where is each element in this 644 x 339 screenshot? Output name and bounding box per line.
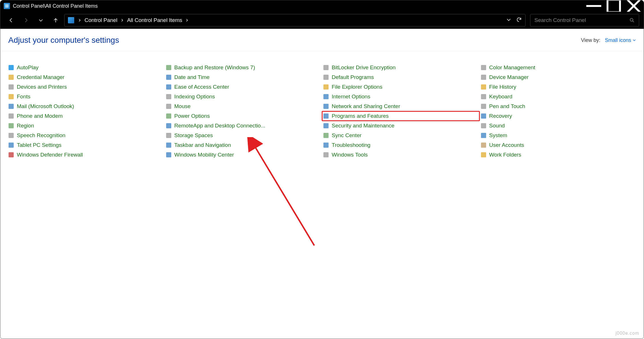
item-icon	[481, 113, 486, 119]
item-icon	[166, 84, 172, 90]
refresh-button[interactable]	[516, 17, 522, 24]
control-panel-item[interactable]: Device Manager	[480, 72, 637, 82]
control-panel-item[interactable]: Speech Recognition	[7, 131, 165, 140]
item-icon	[166, 123, 172, 129]
control-panel-item[interactable]: Windows Mobility Center	[165, 150, 322, 160]
control-panel-item[interactable]: Programs and Features	[322, 111, 480, 121]
control-panel-item[interactable]: Storage Spaces	[165, 131, 322, 140]
refresh-icon	[516, 17, 522, 23]
view-by-dropdown[interactable]: Small icons	[605, 37, 636, 43]
back-button[interactable]	[5, 14, 17, 27]
control-panel-item[interactable]: Devices and Printers	[7, 82, 165, 92]
recent-locations-button[interactable]	[35, 14, 47, 27]
up-button[interactable]	[49, 14, 62, 27]
control-panel-item[interactable]: System	[480, 131, 637, 140]
minimize-button[interactable]	[584, 0, 604, 12]
control-panel-item[interactable]: AutoPlay	[7, 63, 165, 72]
item-icon	[166, 94, 172, 100]
svg-line-6	[633, 21, 634, 22]
item-label: Ease of Access Center	[174, 84, 229, 90]
caption-buttons	[584, 0, 644, 12]
item-icon	[323, 113, 329, 119]
item-icon	[481, 133, 486, 138]
item-label: Mouse	[174, 103, 191, 109]
control-panel-item[interactable]: User Accounts	[480, 140, 637, 150]
close-button[interactable]	[624, 0, 644, 12]
search-input[interactable]	[534, 17, 629, 23]
control-panel-item[interactable]: Internet Options	[322, 92, 480, 102]
control-panel-item[interactable]: Mouse	[165, 102, 322, 111]
control-panel-item[interactable]: Sync Center	[322, 131, 480, 140]
control-panel-item[interactable]: Recovery	[480, 111, 637, 121]
forward-icon	[23, 17, 29, 23]
item-icon	[481, 65, 486, 70]
item-label: Power Options	[174, 113, 210, 119]
control-panel-item[interactable]: Mail (Microsoft Outlook)	[7, 102, 165, 111]
breadcrumb-segment[interactable]: Control Panel	[83, 17, 118, 23]
control-panel-item[interactable]: Security and Maintenance	[322, 121, 480, 131]
control-panel-item[interactable]: Default Programs	[322, 72, 480, 82]
control-panel-item[interactable]: Region	[7, 121, 165, 131]
item-label: Sound	[489, 123, 505, 129]
item-icon	[8, 74, 14, 80]
search-box[interactable]	[530, 14, 639, 27]
item-label: Windows Tools	[332, 152, 368, 158]
item-label: Network and Sharing Center	[332, 103, 400, 109]
control-panel-item[interactable]: Power Options	[165, 111, 322, 121]
control-panel-path-icon	[68, 17, 74, 23]
control-panel-item[interactable]: Keyboard	[480, 92, 637, 102]
window-title: Control Panel\All Control Panel Items	[13, 3, 98, 9]
control-panel-item[interactable]: Taskbar and Navigation	[165, 140, 322, 150]
item-label: Credential Manager	[17, 74, 65, 80]
control-panel-item[interactable]: Sound	[480, 121, 637, 131]
item-icon	[481, 84, 486, 90]
item-label: Default Programs	[332, 74, 374, 80]
control-panel-item[interactable]: Date and Time	[165, 72, 322, 82]
item-icon	[166, 113, 172, 119]
item-icon	[8, 94, 14, 100]
address-bar[interactable]: Control Panel All Control Panel Items	[64, 14, 526, 27]
item-label: Devices and Printers	[17, 84, 67, 90]
control-panel-item[interactable]: Windows Tools	[322, 150, 480, 160]
svg-rect-1	[607, 0, 620, 12]
control-panel-item[interactable]: Work Folders	[480, 150, 637, 160]
control-panel-item[interactable]: File History	[480, 82, 637, 92]
svg-point-5	[630, 18, 633, 21]
heading-row: Adjust your computer's settings View by:…	[0, 29, 644, 51]
item-icon	[166, 65, 172, 70]
control-panel-item[interactable]: File Explorer Options	[322, 82, 480, 92]
page-title: Adjust your computer's settings	[8, 36, 119, 45]
control-panel-item[interactable]: Ease of Access Center	[165, 82, 322, 92]
address-history-button[interactable]	[506, 17, 512, 24]
item-icon	[166, 74, 172, 80]
control-panel-item[interactable]: Troubleshooting	[322, 140, 480, 150]
control-panel-item[interactable]: Fonts	[7, 92, 165, 102]
item-label: Storage Spaces	[174, 132, 213, 139]
maximize-button[interactable]	[604, 0, 624, 12]
control-panel-item[interactable]: BitLocker Drive Encryption	[322, 63, 480, 72]
control-panel-item[interactable]: Tablet PC Settings	[7, 140, 165, 150]
breadcrumb-chevron[interactable]	[76, 19, 83, 22]
item-icon	[323, 152, 329, 158]
control-panel-item[interactable]: RemoteApp and Desktop Connectio...	[165, 121, 322, 131]
control-panel-item[interactable]: Windows Defender Firewall	[7, 150, 165, 160]
breadcrumb-chevron[interactable]	[118, 19, 126, 22]
control-panel-item[interactable]: Backup and Restore (Windows 7)	[165, 63, 322, 72]
control-panel-item[interactable]: Network and Sharing Center	[322, 102, 480, 111]
control-panel-item[interactable]: Color Management	[480, 63, 637, 72]
chevron-down-icon	[38, 17, 44, 23]
control-panel-item[interactable]: Credential Manager	[7, 72, 165, 82]
control-panel-item[interactable]: Pen and Touch	[480, 102, 637, 111]
item-label: Backup and Restore (Windows 7)	[174, 64, 255, 71]
item-label: Device Manager	[489, 74, 529, 80]
breadcrumb-segment[interactable]: All Control Panel Items	[126, 17, 183, 23]
control-panel-item[interactable]: Indexing Options	[165, 92, 322, 102]
item-label: File Explorer Options	[332, 84, 382, 90]
item-icon	[323, 84, 329, 90]
forward-button[interactable]	[20, 14, 32, 27]
item-icon	[323, 123, 329, 129]
breadcrumb-chevron[interactable]	[183, 19, 191, 22]
chevron-down-icon	[506, 17, 512, 23]
item-label: Work Folders	[489, 152, 522, 158]
control-panel-item[interactable]: Phone and Modem	[7, 111, 165, 121]
